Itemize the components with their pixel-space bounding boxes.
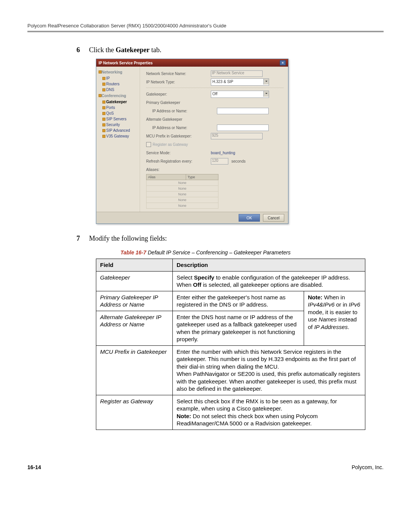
nav-item-gatekeeper[interactable]: Gatekeeper bbox=[96, 99, 140, 105]
label-refresh-registration: Refresh Registration every: bbox=[146, 159, 211, 163]
input-network-service-name: IP Network Service bbox=[211, 70, 263, 77]
nav-item-dns[interactable]: DNS bbox=[96, 87, 140, 93]
header-rule bbox=[27, 31, 384, 32]
label-ip-network-type: IP Network Type: bbox=[146, 80, 211, 84]
nav-group-conferencing[interactable]: Conferencing bbox=[96, 93, 140, 99]
alias-row-2: None bbox=[147, 186, 218, 192]
table-caption-lead: Table 16-7 bbox=[120, 249, 146, 256]
close-icon[interactable]: × bbox=[280, 60, 286, 66]
label-alternate-gatekeeper: Alternate Gatekeeper bbox=[146, 117, 211, 121]
nav-item-ip[interactable]: IP bbox=[96, 75, 140, 81]
nav-item-sip-advanced[interactable]: SIP Advanced bbox=[96, 128, 140, 133]
cell-desc-alternate-gk: Enter the DNS host name or IP address of… bbox=[173, 311, 304, 345]
value-service-mode: board_hunting bbox=[211, 151, 235, 155]
nav-group-networking[interactable]: Networking bbox=[96, 69, 140, 75]
table-row: Register as Gateway Select this check bo… bbox=[96, 395, 365, 430]
input-primary-ip[interactable] bbox=[217, 108, 269, 114]
alias-row-5: None bbox=[147, 203, 218, 209]
page-footer: 16-14 Polycom, Inc. bbox=[27, 464, 384, 470]
th-description: Description bbox=[173, 259, 365, 272]
table-row: MCU Prefix in Gatekeeper Enter the numbe… bbox=[96, 345, 365, 395]
label-register-gateway: Register as Gateway bbox=[153, 142, 188, 147]
dialog-button-bar: OK Cancel bbox=[96, 212, 288, 224]
step-7-number: 7 bbox=[73, 235, 80, 243]
alias-row-4: None bbox=[147, 197, 218, 203]
unit-seconds: seconds bbox=[231, 159, 245, 163]
input-refresh-registration[interactable]: 120 bbox=[211, 158, 228, 165]
nav-item-qos[interactable]: QoS bbox=[96, 110, 140, 116]
alias-row-3: None bbox=[147, 192, 218, 197]
label-mcu-prefix: MCU Prefix in Gatekeeper: bbox=[146, 134, 211, 138]
label-primary-ip: IP Address or Name: bbox=[146, 109, 217, 113]
input-alternate-ip[interactable] bbox=[217, 125, 269, 131]
cell-field-gatekeeper: Gatekeeper bbox=[96, 271, 173, 291]
label-alternate-ip: IP Address or Name: bbox=[146, 126, 217, 130]
step-6: 6 Click the Gatekeeper tab. bbox=[73, 46, 384, 54]
select-gatekeeper[interactable]: Off bbox=[211, 91, 269, 98]
footer-company: Polycom, Inc. bbox=[352, 464, 384, 470]
dialog-form: Network Service Name: IP Network Service… bbox=[140, 67, 288, 212]
cell-field-register-gateway: Register as Gateway bbox=[96, 395, 173, 430]
cell-field-primary-gk: Primary Gatekeeper IP Address or Name bbox=[96, 291, 173, 311]
th-alias: Alias bbox=[147, 174, 186, 180]
label-network-service-name: Network Service Name: bbox=[146, 72, 211, 76]
label-aliases: Aliases: bbox=[146, 168, 211, 172]
checkbox-register-gateway[interactable] bbox=[146, 142, 151, 147]
page-header: Polycom RealPresence Collaboration Serve… bbox=[27, 23, 384, 29]
cancel-button[interactable]: Cancel bbox=[263, 214, 284, 222]
nav-item-v35-gateway[interactable]: V35 Gateway bbox=[96, 133, 140, 139]
table-row: Primary Gatekeeper IP Address or Name En… bbox=[96, 291, 365, 311]
cell-desc-register-gateway: Select this check box if the RMX is to b… bbox=[173, 395, 365, 430]
dialog-title: IP Network Service Properties bbox=[99, 61, 153, 65]
cell-field-alternate-gk: Alternate Gatekeeper IP Address or Name bbox=[96, 311, 173, 345]
dialog-nav: Networking IP Routers DNS Conferencing G… bbox=[96, 67, 140, 212]
table-caption: Table 16-7 Default IP Service – Conferen… bbox=[27, 249, 384, 256]
nav-item-sip-servers[interactable]: SIP Servers bbox=[96, 116, 140, 122]
nav-item-ports[interactable]: Ports bbox=[96, 105, 140, 110]
nav-item-security[interactable]: Security bbox=[96, 122, 140, 128]
ip-network-service-dialog: IP Network Service Properties × Networki… bbox=[96, 59, 288, 224]
label-primary-gatekeeper: Primary Gatekeeper bbox=[146, 101, 211, 105]
cell-side-note-ipv6: Note: When in IPv4&IPv6 or in IPv6 mode,… bbox=[304, 291, 365, 345]
label-service-mode: Service Mode: bbox=[146, 151, 211, 155]
page-number: 16-14 bbox=[27, 464, 41, 470]
cell-field-mcu-prefix: MCU Prefix in Gatekeeper bbox=[96, 345, 173, 395]
parameters-table: Field Description Gatekeeper Select Spec… bbox=[96, 259, 365, 430]
step-6-text: Click the Gatekeeper tab. bbox=[89, 46, 161, 54]
cell-desc-gatekeeper: Select Specify to enable configuration o… bbox=[173, 271, 365, 291]
input-mcu-prefix[interactable]: 925 bbox=[211, 133, 263, 139]
th-type: Type bbox=[186, 174, 218, 180]
label-gatekeeper: Gatekeeper: bbox=[146, 92, 211, 96]
divider bbox=[146, 87, 284, 88]
aliases-table: Alias Type None None None None None bbox=[146, 174, 218, 209]
cell-desc-mcu-prefix: Enter the number with which this Network… bbox=[173, 345, 365, 395]
alias-row-1: None bbox=[147, 180, 218, 186]
step-7: 7 Modify the following fields: bbox=[73, 235, 384, 243]
nav-item-routers[interactable]: Routers bbox=[96, 81, 140, 87]
select-ip-network-type[interactable]: H.323 & SIP bbox=[211, 78, 269, 86]
th-field: Field bbox=[96, 259, 173, 272]
cell-desc-primary-gk: Enter either the gatekeeper's host name … bbox=[173, 291, 304, 311]
dialog-titlebar: IP Network Service Properties × bbox=[96, 59, 288, 67]
ok-button[interactable]: OK bbox=[239, 214, 260, 222]
step-7-text: Modify the following fields: bbox=[89, 235, 167, 243]
step-6-number: 6 bbox=[73, 46, 80, 54]
table-row: Gatekeeper Select Specify to enable conf… bbox=[96, 271, 365, 291]
